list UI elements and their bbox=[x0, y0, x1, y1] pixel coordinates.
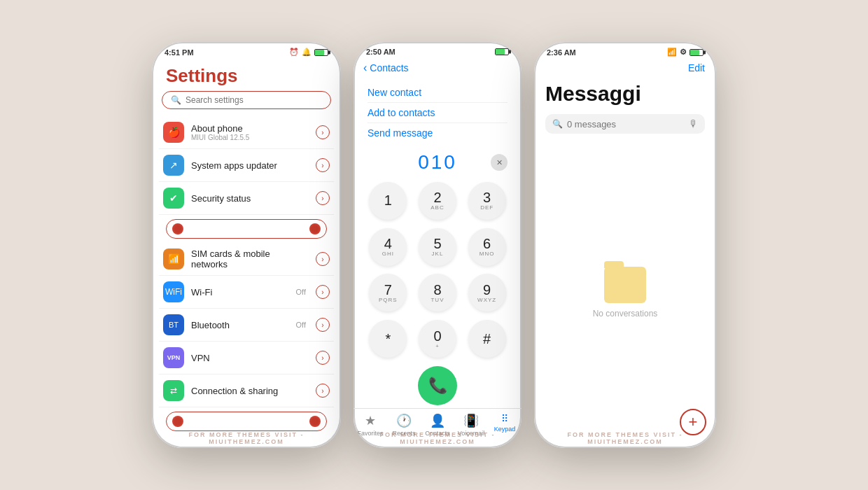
system-chevron: › bbox=[316, 158, 330, 172]
security-chevron: › bbox=[316, 191, 330, 205]
key-8[interactable]: 8 TUV bbox=[419, 274, 456, 312]
status-icons-left: ⏰ 🔔 bbox=[289, 48, 328, 57]
contact-options: New contact Add to contacts Send message bbox=[354, 78, 522, 147]
mic-icon[interactable]: 🎙 bbox=[689, 118, 699, 130]
settings-item-system[interactable]: ↗ System apps updater › bbox=[159, 149, 334, 182]
vpn-chevron: › bbox=[316, 351, 330, 365]
system-icon: ↗ bbox=[163, 155, 184, 176]
about-sub: MIUI Global 12.5.5 bbox=[191, 134, 309, 141]
dial-delete-btn[interactable]: ✕ bbox=[491, 154, 507, 171]
battery-icon-mid bbox=[495, 48, 509, 55]
key-2[interactable]: 2 ABC bbox=[419, 182, 456, 220]
system-label: System apps updater bbox=[191, 160, 309, 171]
about-icon: 🍎 bbox=[163, 122, 184, 143]
messages-header: Edit bbox=[545, 59, 705, 79]
fab-plus-icon: + bbox=[689, 413, 698, 431]
search-icon: 🔍 bbox=[171, 95, 181, 105]
contacts-nav-title[interactable]: Contacts bbox=[370, 62, 408, 74]
bluetooth-chevron: › bbox=[316, 318, 330, 332]
back-btn[interactable]: ‹ bbox=[363, 62, 367, 74]
empty-state: No conversations bbox=[545, 145, 705, 440]
messages-search-icon: 🔍 bbox=[552, 119, 563, 129]
settings-title: Settings bbox=[152, 59, 341, 91]
empty-folder-icon bbox=[604, 267, 646, 303]
security-label: Security status bbox=[191, 193, 309, 204]
battery-icon-right bbox=[690, 49, 704, 56]
battery-icon-left bbox=[314, 49, 328, 56]
time-mid: 2:50 AM bbox=[366, 48, 396, 56]
keypad-icon: ⠿ bbox=[501, 413, 508, 424]
dialer-phone: 2:50 AM ‹ Contacts New contact Add to co… bbox=[354, 42, 522, 448]
messages-screen: Edit Messaggi 🔍 🎙 No conversations bbox=[534, 59, 716, 440]
vpn-icon: VPN bbox=[163, 347, 184, 368]
empty-label: No conversations bbox=[593, 309, 658, 318]
status-icons-mid bbox=[495, 48, 509, 55]
divider-bar-bottom bbox=[166, 412, 327, 431]
bluetooth-icon: BT bbox=[163, 314, 184, 335]
wifi-chevron: › bbox=[316, 285, 330, 299]
dialer-screen: ‹ Contacts New contact Add to contacts S… bbox=[354, 59, 522, 440]
sim-chevron: › bbox=[316, 252, 330, 266]
settings-item-vpn[interactable]: VPN VPN › bbox=[159, 342, 334, 374]
wifi-value: Off bbox=[296, 288, 306, 296]
key-5[interactable]: 5 JKL bbox=[419, 228, 456, 266]
key-7[interactable]: 7 PQRS bbox=[369, 274, 407, 312]
recents-icon: 🕐 bbox=[396, 413, 412, 428]
time-left: 4:51 PM bbox=[164, 48, 194, 57]
key-9[interactable]: 9 WXYZ bbox=[468, 274, 506, 312]
messages-search-bar[interactable]: 🔍 🎙 bbox=[545, 114, 705, 134]
key-0[interactable]: 0 + bbox=[419, 320, 456, 358]
time-right: 2:36 AM bbox=[547, 48, 576, 57]
add-contacts-option[interactable]: Add to contacts bbox=[368, 103, 507, 123]
messages-phone: 2:36 AM 📶 ⚙ Edit Messaggi 🔍 🎙 No convers… bbox=[534, 42, 716, 448]
settings-item-sim[interactable]: 📶 SIM cards & mobile networks › bbox=[159, 243, 334, 276]
new-contact-option[interactable]: New contact bbox=[368, 83, 507, 103]
settings-list: 🍎 About phone MIUI Global 12.5.5 › ↗ Sys… bbox=[152, 116, 341, 438]
wifi-icon: WiFi bbox=[163, 281, 184, 302]
settings-item-about[interactable]: 🍎 About phone MIUI Global 12.5.5 › bbox=[159, 116, 334, 149]
settings-search-bar[interactable]: 🔍 bbox=[162, 91, 331, 109]
messages-search-input[interactable] bbox=[567, 119, 685, 130]
send-message-option[interactable]: Send message bbox=[368, 123, 507, 143]
bluetooth-value: Off bbox=[296, 321, 306, 329]
status-icons-right: 📶 ⚙ bbox=[667, 48, 704, 57]
vpn-label: VPN bbox=[191, 353, 309, 363]
keypad: 1 2 ABC 3 DEF 4 GHI 5 JKL 6 MNO bbox=[354, 178, 522, 362]
watermark-mid: FOR MORE THEMES VISIT - MIUITHEMEZ.COM bbox=[354, 431, 522, 448]
settings-item-bluetooth[interactable]: BT Bluetooth Off › bbox=[159, 309, 334, 342]
key-star[interactable]: * bbox=[369, 320, 407, 358]
watermark-left: FOR MORE THEMES VISIT - MIUITHEMEZ.COM bbox=[152, 431, 341, 448]
settings-status-icon: ⚙ bbox=[680, 48, 687, 57]
key-3[interactable]: 3 DEF bbox=[468, 182, 506, 220]
contacts-icon: 👤 bbox=[430, 413, 445, 428]
settings-item-wifi[interactable]: WiFi Wi-Fi Off › bbox=[159, 276, 334, 309]
alarm-icon: 🔔 bbox=[302, 48, 312, 57]
settings-item-security[interactable]: ✔ Security status › bbox=[159, 182, 334, 215]
divider-dot-right bbox=[309, 223, 321, 234]
settings-screen: Settings 🔍 🍎 About phone MIUI Global 12.… bbox=[152, 59, 341, 438]
about-chevron: › bbox=[316, 125, 330, 139]
settings-item-sharing[interactable]: ⇄ Connection & sharing › bbox=[159, 374, 334, 407]
clock-icon: ⏰ bbox=[289, 48, 299, 57]
sharing-chevron: › bbox=[316, 384, 330, 398]
key-hash[interactable]: # bbox=[468, 320, 506, 358]
key-6[interactable]: 6 MNO bbox=[468, 228, 506, 266]
dialer-top-nav: ‹ Contacts bbox=[354, 59, 522, 78]
edit-button[interactable]: Edit bbox=[688, 62, 705, 74]
key-4[interactable]: 4 GHI bbox=[369, 228, 407, 266]
voicemail-icon: 📳 bbox=[463, 413, 479, 428]
search-input[interactable] bbox=[186, 95, 322, 105]
dial-number: 010 bbox=[418, 151, 457, 174]
divider-bar-top bbox=[166, 219, 327, 239]
wifi-label: Wi-Fi bbox=[191, 287, 289, 298]
sharing-icon: ⇄ bbox=[163, 380, 184, 401]
sharing-label: Connection & sharing bbox=[191, 386, 309, 396]
key-1[interactable]: 1 bbox=[369, 182, 407, 220]
favorites-icon: ★ bbox=[365, 413, 376, 428]
divider-dot2-right bbox=[309, 416, 321, 427]
about-label: About phone bbox=[191, 123, 309, 134]
divider-dot-left bbox=[172, 223, 183, 234]
sim-label: SIM cards & mobile networks bbox=[191, 248, 309, 270]
call-button[interactable]: 📞 bbox=[418, 366, 457, 405]
settings-phone: 4:51 PM ⏰ 🔔 Settings 🔍 🍎 About phone MIU… bbox=[152, 42, 341, 448]
